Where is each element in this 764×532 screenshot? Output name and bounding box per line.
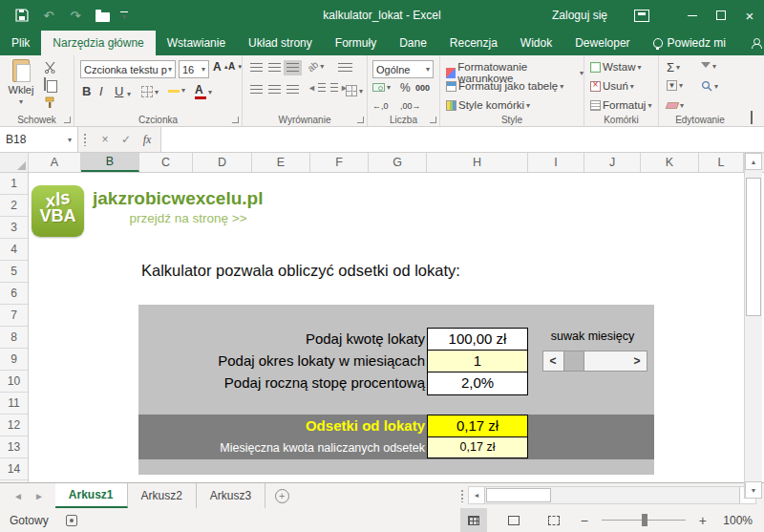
font-color-button[interactable]: A▾: [195, 84, 212, 99]
comma-style-button[interactable]: 000: [415, 83, 430, 93]
underline-button[interactable]: U: [115, 84, 123, 98]
worksheet[interactable]: 1 2 3 4 5 6 7 8 9 10 11 12 13 14 15 xls …: [0, 173, 764, 482]
customize-qat-icon[interactable]: ▾: [120, 11, 128, 19]
deposit-amount-cell[interactable]: 100,00 zł: [428, 329, 527, 351]
find-select-button[interactable]: ▾: [701, 80, 718, 92]
select-all-corner[interactable]: [0, 153, 29, 172]
increase-decimal-button[interactable]: ←,0: [372, 101, 389, 111]
delete-cells-button[interactable]: Usuń▾: [590, 80, 634, 92]
column-header-f[interactable]: F: [310, 153, 369, 172]
row-header[interactable]: 3: [0, 217, 28, 239]
sheet-nav-right-icon[interactable]: ►: [34, 491, 44, 501]
row-header[interactable]: 4: [0, 239, 28, 261]
row-header[interactable]: 13: [0, 436, 28, 458]
vertical-scroll-thumb[interactable]: [746, 178, 761, 316]
zoom-slider-thumb[interactable]: [642, 514, 647, 526]
close-button[interactable]: ×: [735, 0, 764, 31]
vertical-scrollbar[interactable]: ▲ ▼: [744, 153, 762, 499]
shrink-font-button[interactable]: A▼: [228, 62, 243, 72]
scroll-left-icon[interactable]: ◄: [469, 487, 485, 503]
bold-button[interactable]: B: [82, 84, 91, 98]
grow-font-button[interactable]: A▲: [213, 62, 229, 72]
site-logo[interactable]: xls VBA: [32, 185, 84, 237]
insert-function-icon[interactable]: fx: [138, 133, 157, 147]
row-header[interactable]: 11: [0, 393, 28, 415]
align-right-icon[interactable]: [286, 85, 299, 95]
zoom-level[interactable]: 100%: [720, 514, 753, 527]
slider-right-arrow[interactable]: >: [627, 354, 647, 368]
tabstrip-splitter[interactable]: [456, 486, 469, 504]
ribbon-display-options-icon[interactable]: [634, 10, 649, 22]
font-name-combo[interactable]: Czcionka tekstu p▾: [80, 60, 176, 78]
row-header[interactable]: 2: [0, 195, 28, 217]
merge-center-button[interactable]: ▾: [346, 85, 363, 96]
zoom-out-icon[interactable]: −: [581, 513, 588, 528]
share-button[interactable]: Udostępnij: [737, 31, 764, 55]
underline-dropdown-icon[interactable]: ▾: [127, 90, 131, 98]
row-header[interactable]: 10: [0, 371, 28, 393]
enter-entry-icon[interactable]: ✓: [117, 133, 136, 146]
row-header[interactable]: 8: [0, 327, 28, 349]
tab-uklad-strony[interactable]: Układ strony: [237, 31, 324, 55]
column-header-b[interactable]: B: [81, 153, 139, 172]
font-size-combo[interactable]: 16▾: [179, 60, 209, 78]
tab-wstawianie[interactable]: Wstawianie: [156, 31, 237, 55]
sheet-nav-left-icon[interactable]: ◄: [13, 491, 23, 501]
normal-view-button[interactable]: [460, 508, 487, 532]
orientation-button[interactable]: ab▾: [308, 61, 324, 72]
fill-color-button[interactable]: ▾: [168, 86, 185, 95]
column-header-d[interactable]: D: [193, 153, 252, 172]
format-painter-button[interactable]: [44, 96, 56, 111]
column-header-k[interactable]: K: [641, 153, 699, 172]
open-folder-icon[interactable]: [94, 7, 111, 24]
align-middle-icon[interactable]: [268, 63, 281, 73]
tab-recenzja[interactable]: Recenzja: [438, 31, 509, 55]
monthly-interest-cell[interactable]: 0,17 zł: [428, 437, 527, 458]
scroll-up-icon[interactable]: ▲: [745, 153, 762, 170]
tab-plik[interactable]: Plik: [0, 31, 41, 55]
decrease-decimal-button[interactable]: ,00→: [400, 101, 421, 111]
tell-me-box[interactable]: Powiedz mi: [642, 31, 737, 55]
name-box[interactable]: B18▾: [0, 127, 78, 152]
page-break-view-button[interactable]: [541, 508, 567, 532]
row-header[interactable]: 1: [0, 173, 28, 195]
column-header-g[interactable]: G: [369, 153, 427, 172]
number-format-combo[interactable]: Ogólne▾: [372, 60, 434, 78]
tab-dane[interactable]: Dane: [388, 31, 438, 55]
column-header-j[interactable]: J: [584, 153, 641, 172]
align-center-icon[interactable]: [268, 85, 281, 95]
paste-button[interactable]: Wklej ▾: [5, 59, 37, 106]
italic-button[interactable]: I: [99, 84, 103, 98]
undo-icon[interactable]: ↶: [40, 7, 57, 24]
record-macro-icon[interactable]: [66, 515, 77, 526]
row-header[interactable]: 9: [0, 349, 28, 371]
tab-widok[interactable]: Widok: [509, 31, 563, 55]
formula-input[interactable]: [160, 127, 764, 152]
wrap-text-icon[interactable]: [338, 63, 352, 73]
new-sheet-button[interactable]: +: [265, 483, 298, 508]
interest-rate-cell[interactable]: 2,0%: [428, 372, 527, 394]
collapse-ribbon-icon[interactable]: [751, 113, 753, 124]
month-slider[interactable]: < >: [542, 351, 647, 372]
borders-button[interactable]: ▾: [141, 86, 159, 97]
autosum-button[interactable]: Σ▾: [667, 60, 680, 74]
column-header-c[interactable]: C: [139, 153, 193, 172]
align-top-icon[interactable]: [250, 63, 263, 73]
zoom-in-icon[interactable]: +: [699, 513, 707, 528]
sheet-tab-arkusz3[interactable]: Arkusz3: [197, 483, 265, 508]
sheet-tab-arkusz1[interactable]: Arkusz1: [55, 483, 128, 508]
decrease-indent-icon[interactable]: ◄: [308, 83, 326, 93]
slider-left-arrow[interactable]: <: [543, 354, 562, 368]
redo-icon[interactable]: ↷: [67, 7, 84, 24]
deposit-period-cell[interactable]: 1: [428, 351, 527, 372]
align-left-icon[interactable]: [250, 85, 263, 95]
slider-thumb[interactable]: [563, 351, 584, 371]
sheet-tab-arkusz2[interactable]: Arkusz2: [128, 483, 197, 508]
column-header-e[interactable]: E: [252, 153, 310, 172]
format-cells-button[interactable]: Formatuj▾: [590, 99, 651, 111]
save-icon[interactable]: [13, 7, 31, 24]
cell-styles-button[interactable]: Style komórki▾: [446, 99, 530, 111]
interest-result-cell[interactable]: 0,17 zł: [428, 415, 527, 437]
scroll-down-icon[interactable]: ▼: [745, 481, 762, 499]
cut-button[interactable]: [44, 61, 56, 75]
